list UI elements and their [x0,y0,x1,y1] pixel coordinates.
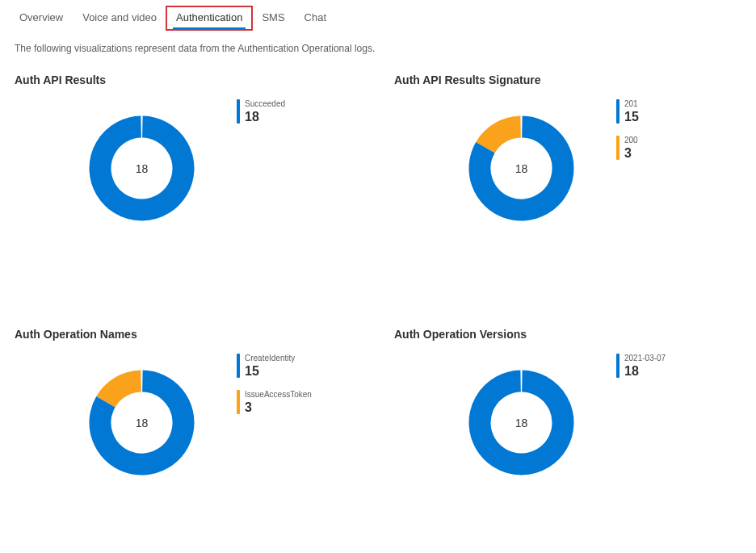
donut-center-value: 18 [515,162,528,175]
donut-center-value: 18 [136,162,149,175]
donut-chart[interactable]: 18 [71,98,212,239]
tab-label: Overview [19,11,63,23]
legend-label: Succeeded [245,99,285,109]
legend-text: 2003 [624,136,638,161]
chart-body: 18201152003 [394,98,741,239]
legend-text: CreateIdentity15 [245,354,295,379]
tab-label: Voice and video [82,11,157,23]
chart-legend: Succeeded18 [237,98,285,124]
tab-authentication[interactable]: Authentication [166,6,252,30]
legend-swatch [616,354,620,378]
legend-label: CreateIdentity [245,354,295,363]
legend-label: IssueAccessToken [245,390,312,400]
legend-item[interactable]: IssueAccessToken3 [237,390,312,415]
legend-item[interactable]: 2003 [616,136,639,161]
legend-swatch [616,99,620,124]
donut-chart[interactable]: 18 [451,352,592,493]
legend-value: 15 [245,363,295,379]
donut-chart[interactable]: 18 [71,352,212,493]
tab-label: SMS [262,11,284,23]
legend-text: IssueAccessToken3 [245,390,312,415]
tab-voice-and-video[interactable]: Voice and video [73,6,166,30]
chart-card: Auth Operation Versions182021-03-0718 [394,328,741,493]
tab-label: Authentication [176,11,242,23]
chart-body: 18Succeeded18 [15,98,362,239]
tab-chat[interactable]: Chat [295,6,336,30]
legend-value: 3 [245,400,312,415]
page-description: The following visualizations represent d… [0,30,756,73]
tab-overview[interactable]: Overview [10,6,73,30]
legend-label: 200 [624,136,638,145]
tab-sms[interactable]: SMS [252,6,294,30]
chart-body: 18CreateIdentity15IssueAccessToken3 [15,352,362,493]
chart-title: Auth API Results [15,73,362,86]
tabs-bar: OverviewVoice and videoAuthenticationSMS… [0,0,756,30]
legend-label: 2021-03-07 [624,354,666,363]
legend-value: 15 [624,109,639,124]
legend-label: 201 [624,99,639,109]
donut-chart[interactable]: 18 [451,98,592,239]
legend-swatch [237,390,240,414]
legend-item[interactable]: CreateIdentity15 [237,354,312,379]
legend-item[interactable]: Succeeded18 [237,99,285,124]
legend-value: 18 [245,109,285,124]
chart-legend: 201152003 [616,98,639,161]
donut-center-value: 18 [515,417,528,429]
legend-text: 20115 [624,99,639,124]
chart-body: 182021-03-0718 [394,352,741,493]
legend-swatch [237,99,240,124]
chart-legend: 2021-03-0718 [616,352,666,379]
legend-item[interactable]: 2021-03-0718 [616,354,666,379]
legend-value: 18 [624,363,666,379]
legend-swatch [616,136,620,160]
legend-item[interactable]: 20115 [616,99,639,124]
chart-card: Auth API Results Signature18201152003 [394,73,741,239]
legend-text: 2021-03-0718 [624,354,666,379]
tab-label: Chat [304,11,326,23]
legend-value: 3 [624,145,638,161]
legend-text: Succeeded18 [245,99,285,124]
chart-title: Auth API Results Signature [394,73,741,86]
charts-grid: Auth API Results18Succeeded18Auth API Re… [0,73,756,493]
chart-legend: CreateIdentity15IssueAccessToken3 [237,352,312,415]
chart-card: Auth API Results18Succeeded18 [15,73,362,239]
legend-swatch [237,354,240,378]
chart-card: Auth Operation Names18CreateIdentity15Is… [15,328,362,493]
donut-center-value: 18 [136,417,149,429]
chart-title: Auth Operation Names [15,328,362,341]
chart-title: Auth Operation Versions [394,328,741,341]
